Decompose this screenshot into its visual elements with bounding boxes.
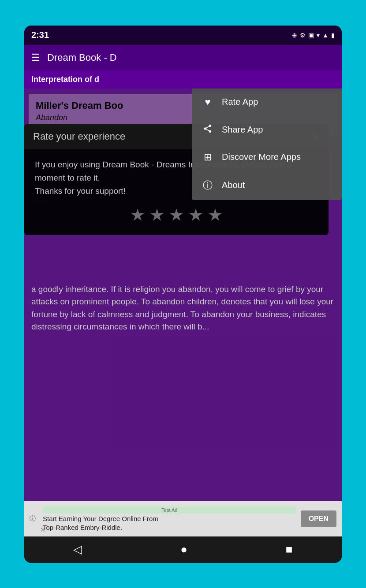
share-app-label: Share App	[222, 125, 263, 135]
ad-label: Test Ad	[43, 507, 296, 514]
dropdown-discover-apps[interactable]: ⊞ Discover More Apps	[192, 144, 342, 171]
subtitle-text: Interpretation of d	[31, 75, 99, 84]
settings-icon: ⚙	[300, 32, 306, 39]
dropdown-about[interactable]: ⓘ About	[192, 171, 342, 200]
ad-open-button[interactable]: OPEN	[301, 510, 336, 527]
app-bar: ☰ Dream Book - D	[24, 45, 342, 70]
share-icon	[202, 124, 214, 136]
signal-icon: ▲	[322, 32, 329, 39]
status-bar: 2:31 ⊕ ⚙ ▣ ▾ ▲ ▮	[24, 26, 342, 45]
status-icons: ⊕ ⚙ ▣ ▾ ▲ ▮	[292, 32, 335, 39]
recents-button[interactable]: ■	[277, 539, 302, 560]
wifi-icon: ▾	[317, 32, 320, 39]
info-icon: ⓘ	[202, 179, 214, 192]
content-area: Miller's Dream Boo Abandon ...ll freeze.…	[24, 89, 342, 501]
ad-close-icon[interactable]: ✕	[40, 526, 46, 534]
grid-icon: ⊞	[202, 152, 214, 163]
subtitle-bar: Interpretation of d	[24, 70, 342, 89]
battery-icon: ▮	[331, 32, 335, 39]
ad-text-line2: Top-Ranked Embry-Riddle.	[43, 523, 296, 532]
back-button[interactable]: ◁	[64, 539, 91, 560]
nav-bar: ◁ ● ■	[24, 536, 342, 563]
phone-frame: 2:31 ⊕ ⚙ ▣ ▾ ▲ ▮ ☰ Dream Book - D Interp…	[24, 26, 342, 563]
time-display: 2:31	[31, 30, 49, 40]
dropdown-menu: ♥ Rate App Share App ⊞ Discover More App…	[192, 89, 342, 200]
location-icon: ⊕	[292, 32, 297, 39]
heart-icon: ♥	[202, 96, 214, 108]
ad-info-icon: ⓘ	[30, 515, 38, 523]
ad-banner: ⓘ Test Ad Start Earning Your Degree Onli…	[24, 501, 342, 536]
hamburger-icon[interactable]: ☰	[31, 52, 40, 63]
dropdown-share-app[interactable]: Share App	[192, 116, 342, 144]
dropdown-rate-app[interactable]: ♥ Rate App	[192, 89, 342, 116]
about-label: About	[222, 180, 245, 190]
sd-icon: ▣	[308, 32, 314, 39]
ad-text-line1: Start Earning Your Degree Online From	[43, 514, 296, 523]
ad-text-block: Test Ad Start Earning Your Degree Online…	[43, 506, 296, 532]
discover-apps-label: Discover More Apps	[222, 152, 301, 162]
app-title: Dream Book - D	[47, 52, 117, 63]
rate-app-label: Rate App	[222, 97, 258, 107]
home-button[interactable]: ●	[172, 539, 196, 560]
